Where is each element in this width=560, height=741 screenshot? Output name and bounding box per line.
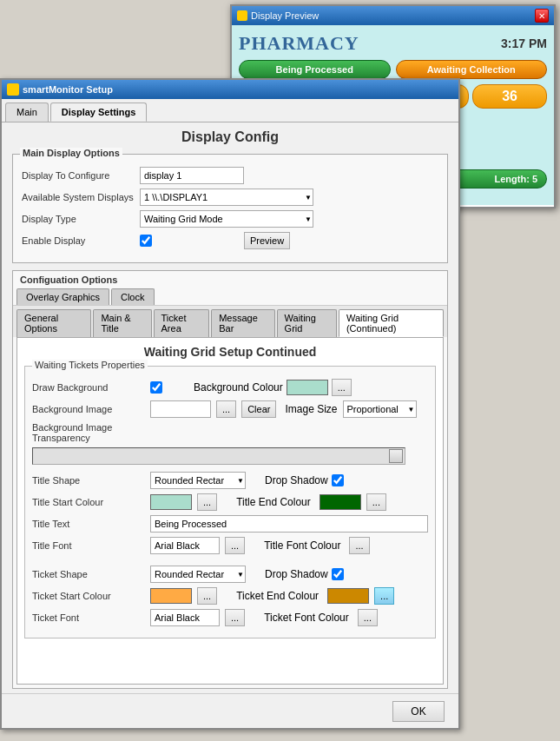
- waiting-tickets-properties: Waiting Tickets Properties Draw Backgrou…: [24, 366, 436, 638]
- config-tabs-row2: General Options Main & Title Ticket Area…: [13, 305, 447, 337]
- ticket-shape-select[interactable]: Rounded Rectar: [150, 566, 246, 583]
- title-text-input[interactable]: [150, 515, 428, 533]
- background-image-label: Background Image: [32, 404, 145, 414]
- ok-button[interactable]: OK: [392, 701, 445, 722]
- title-dropshadow-checkbox[interactable]: [332, 474, 344, 486]
- ticket-dropshadow-label: Drop Shadow: [265, 568, 328, 580]
- title-font-input[interactable]: [150, 537, 220, 554]
- preview-button[interactable]: Preview: [244, 232, 290, 249]
- image-size-select-wrap: Proportional ▼: [343, 400, 417, 418]
- ticket-font-btn[interactable]: ...: [225, 609, 245, 626]
- title-shape-select[interactable]: Rounded Rectar: [150, 472, 246, 489]
- background-colour-btn[interactable]: ...: [332, 379, 352, 396]
- ticket-font-input[interactable]: [150, 609, 220, 626]
- title-font-btn[interactable]: ...: [225, 537, 245, 554]
- available-displays-select-wrap: 1 \\.\DISPLAY1 ▼: [140, 189, 313, 206]
- main-tabs: Main Display Settings: [2, 99, 458, 122]
- preview-close-button[interactable]: ✕: [535, 9, 549, 23]
- title-shape-select-wrap: Rounded Rectar ▼: [150, 472, 246, 489]
- preview-title-text: Display Preview: [251, 10, 319, 21]
- tab-clock[interactable]: Clock: [111, 288, 155, 305]
- tab-ticket-area[interactable]: Ticket Area: [154, 309, 210, 337]
- title-end-colour-swatch[interactable]: [320, 494, 361, 510]
- display-type-label: Display Type: [22, 214, 135, 224]
- enable-display-checkbox[interactable]: [140, 235, 152, 247]
- ticket-font-row: Ticket Font ... Ticket Font Colour ...: [32, 609, 428, 626]
- image-size-select[interactable]: Proportional: [343, 400, 417, 418]
- title-end-colour-btn[interactable]: ...: [366, 493, 386, 511]
- tab-waiting-grid[interactable]: Waiting Grid: [277, 309, 337, 337]
- title-start-colour-label: Title Start Colour: [32, 497, 145, 507]
- display-type-select[interactable]: Waiting Grid Mode: [140, 210, 313, 228]
- ticket-start-colour-btn[interactable]: ...: [197, 587, 217, 605]
- slider-thumb: [389, 449, 403, 463]
- draw-background-label: Draw Background: [32, 382, 145, 393]
- tab-main-title[interactable]: Main & Title: [93, 309, 151, 337]
- display-type-select-wrap: Waiting Grid Mode ▼: [140, 210, 313, 228]
- main-window: smartMonitor Setup Main Display Settings…: [0, 78, 460, 730]
- background-colour-label: Background Colour: [194, 381, 283, 394]
- draw-background-row: Draw Background Background Colour ...: [32, 379, 428, 396]
- ticket-shape-label: Ticket Shape: [32, 569, 145, 579]
- draw-background-checkbox[interactable]: [150, 381, 162, 394]
- tab-general-options[interactable]: General Options: [16, 309, 91, 337]
- main-window-title: smartMonitor Setup: [23, 84, 113, 95]
- preview-title-left: Display Preview: [237, 10, 319, 21]
- ticket-end-colour-btn[interactable]: ...: [374, 587, 394, 605]
- ticket-dropshadow-field: Drop Shadow: [265, 568, 344, 580]
- title-font-colour-label: Title Font Colour: [264, 539, 340, 552]
- title-colour-row: Title Start Colour ... Title End Colour …: [32, 493, 428, 511]
- inner-panel: Waiting Grid Setup Continued Waiting Tic…: [16, 337, 444, 685]
- background-image-clear-btn[interactable]: Clear: [241, 400, 276, 418]
- tab-waiting-grid-continued[interactable]: Waiting Grid (Continued): [339, 309, 444, 337]
- section-title: Display Config: [12, 129, 448, 145]
- awaiting-collection-btn[interactable]: Awaiting Collection: [396, 60, 548, 79]
- tab-display-settings[interactable]: Display Settings: [50, 103, 148, 122]
- being-processed-btn[interactable]: Being Processed: [239, 60, 391, 79]
- display-to-configure-row: Display To Configure: [22, 167, 438, 184]
- bg-transparency-row: Background Image Transparency: [32, 422, 428, 443]
- tab-main[interactable]: Main: [5, 103, 49, 122]
- spacer1: [32, 559, 428, 566]
- ticket-shape-select-wrap: Rounded Rectar ▼: [150, 566, 246, 583]
- ticket-start-colour-swatch[interactable]: [150, 588, 192, 604]
- title-start-colour-btn[interactable]: ...: [197, 493, 217, 511]
- background-colour-swatch[interactable]: [287, 380, 328, 395]
- image-size-label: Image Size: [285, 403, 337, 415]
- config-options-group: Configuation Options Overlay Graphics Cl…: [12, 270, 448, 689]
- ticket-font-colour-btn[interactable]: ...: [358, 609, 378, 626]
- title-text-label: Title Text: [32, 519, 145, 529]
- ticket-end-colour-swatch[interactable]: [327, 588, 369, 604]
- pharmacy-name: PHARMACY: [239, 32, 359, 55]
- display-to-configure-input[interactable]: [140, 167, 244, 184]
- tab-overlay-graphics[interactable]: Overlay Graphics: [16, 288, 109, 305]
- content-area: Display Config Main Display Options Disp…: [2, 122, 458, 696]
- available-displays-select[interactable]: 1 \\.\DISPLAY1: [140, 189, 313, 206]
- status-row: Being Processed Awaiting Collection: [239, 60, 547, 79]
- length-text: Length: 5: [495, 174, 538, 184]
- main-titlebar: smartMonitor Setup: [2, 80, 458, 99]
- title-dropshadow-field: Drop Shadow: [265, 474, 344, 486]
- main-window-icon: [7, 83, 19, 96]
- available-displays-label: Available System Displays: [22, 192, 135, 202]
- transparency-slider[interactable]: [32, 447, 405, 465]
- title-font-row: Title Font ... Title Font Colour ...: [32, 537, 428, 554]
- main-display-options-group: Main Display Options Display To Configur…: [12, 154, 448, 263]
- enable-display-row: Enable Display Preview: [22, 232, 438, 249]
- enable-display-label: Enable Display: [22, 235, 135, 246]
- title-start-colour-swatch[interactable]: [150, 494, 192, 510]
- ticket-start-colour-label: Ticket Start Colour: [32, 591, 145, 601]
- title-font-colour-btn[interactable]: ...: [349, 537, 369, 554]
- title-dropshadow-label: Drop Shadow: [265, 474, 328, 486]
- title-text-row: Title Text: [32, 515, 428, 533]
- background-image-row: Background Image ... Clear Image Size Pr…: [32, 400, 428, 418]
- bottom-bar: OK: [2, 693, 458, 728]
- background-image-input[interactable]: [150, 400, 211, 418]
- transparency-slider-row: [32, 447, 428, 465]
- title-shape-row: Title Shape Rounded Rectar ▼ Drop Shadow: [32, 472, 428, 489]
- ticket-font-label: Ticket Font: [32, 612, 145, 623]
- ticket-dropshadow-checkbox[interactable]: [332, 568, 344, 580]
- background-image-browse-btn[interactable]: ...: [216, 400, 236, 418]
- tab-message-bar[interactable]: Message Bar: [211, 309, 274, 337]
- ticket-colour-row: Ticket Start Colour ... Ticket End Colou…: [32, 587, 428, 605]
